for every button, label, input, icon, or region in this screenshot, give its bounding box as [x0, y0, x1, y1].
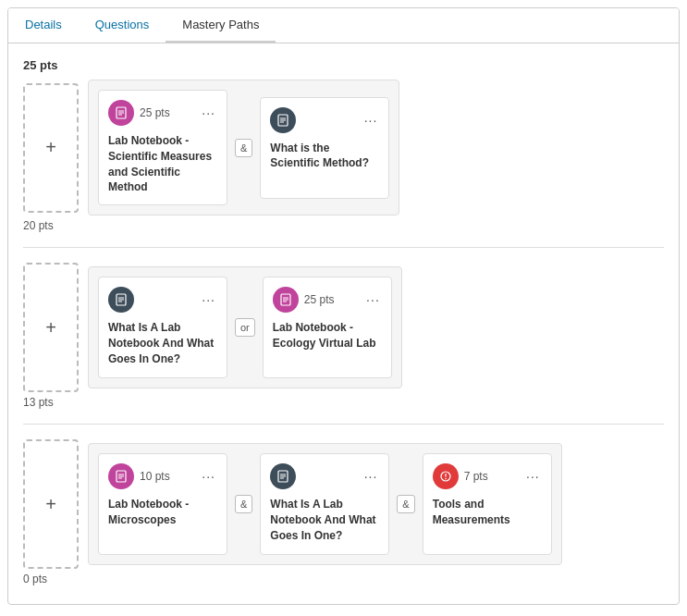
card-3-icon-pts	[108, 287, 134, 313]
card-7-pts: 7 pts	[464, 470, 488, 483]
card-7-more-button[interactable]: ···	[524, 469, 542, 484]
card-4-pts: 25 pts	[304, 293, 335, 306]
tab-mastery-paths[interactable]: Mastery Paths	[166, 8, 276, 43]
connector-3-1: &	[235, 495, 252, 513]
section-2-row: + ··· What Is A Lab Noteb	[23, 263, 664, 392]
card-5-more-button[interactable]: ···	[200, 469, 217, 484]
section-2-bottom-score: 13 pts	[23, 396, 664, 409]
cards-container-2: ··· What Is A Lab Notebook And What Goes…	[88, 266, 402, 388]
separator-1	[23, 247, 664, 248]
section-1-row: + 25 pts ···	[23, 80, 664, 216]
card-2-title: What is the Scientific Method?	[270, 141, 379, 172]
tab-details[interactable]: Details	[8, 8, 79, 43]
card-5-title: Lab Notebook - Microscopes	[108, 497, 217, 528]
plus-icon-1: +	[45, 137, 56, 158]
card-7-icon-pts: 7 pts	[433, 463, 488, 489]
main-container: Details Questions Mastery Paths 25 pts +	[7, 7, 680, 605]
card-7-icon	[433, 463, 459, 489]
cards-container-1: 25 pts ··· Lab Notebook - Scientific Mea…	[88, 80, 399, 216]
card-3-header: ···	[108, 287, 217, 313]
svg-point-26	[445, 478, 447, 480]
section-3-row: + 10 pts ···	[23, 439, 664, 569]
card-6-icon	[270, 463, 296, 489]
card-2-more-button[interactable]: ···	[362, 113, 380, 128]
plus-icon-3: +	[45, 494, 56, 515]
section-3-bottom-score: 0 pts	[23, 573, 664, 585]
content-area: 25 pts + 25 pts	[8, 43, 679, 604]
card-5: 10 pts ··· Lab Notebook - Microscopes	[98, 453, 227, 555]
card-4-icon	[273, 287, 299, 313]
connector-1-1: &	[235, 139, 252, 157]
card-1-pts: 25 pts	[140, 106, 170, 119]
tab-bar: Details Questions Mastery Paths	[8, 8, 679, 43]
card-4: 25 pts ··· Lab Notebook - Ecology Virtua…	[263, 277, 392, 378]
card-7: 7 pts ··· Tools and Measurements	[423, 453, 552, 555]
card-5-pts: 10 pts	[140, 470, 170, 483]
card-2: ··· What is the Scientific Method?	[260, 97, 389, 199]
add-button-3[interactable]: +	[23, 439, 79, 569]
card-1-more-button[interactable]: ···	[200, 105, 217, 120]
card-3-title: What Is A Lab Notebook And What Goes In …	[108, 320, 217, 366]
add-button-2[interactable]: +	[23, 263, 79, 392]
card-5-icon	[108, 463, 134, 489]
section-2: + ··· What Is A Lab Noteb	[23, 263, 664, 409]
card-2-icon	[270, 107, 296, 133]
card-1-icon-pts: 25 pts	[108, 100, 170, 126]
card-1-header: 25 pts ···	[108, 100, 217, 126]
connector-2-1: or	[235, 318, 255, 337]
card-4-title: Lab Notebook - Ecology Virtual Lab	[273, 320, 382, 351]
section-1-bottom-score: 20 pts	[23, 219, 664, 232]
section-1-top-score: 25 pts	[23, 58, 664, 72]
cards-container-3: 10 pts ··· Lab Notebook - Microscopes &	[88, 443, 562, 565]
card-2-icon-pts	[270, 107, 296, 133]
connector-3-2: &	[397, 495, 414, 513]
card-6-header: ···	[270, 463, 379, 489]
card-7-header: 7 pts ···	[433, 463, 542, 489]
card-1-icon	[108, 100, 134, 126]
card-1: 25 pts ··· Lab Notebook - Scientific Mea…	[98, 90, 227, 205]
card-6: ··· What Is A Lab Notebook And What Goes…	[260, 453, 389, 555]
card-6-icon-pts	[270, 463, 296, 489]
card-4-header: 25 pts ···	[273, 287, 382, 313]
section-3: + 10 pts ···	[23, 439, 664, 585]
card-3-icon	[108, 287, 134, 313]
card-3: ··· What Is A Lab Notebook And What Goes…	[98, 277, 227, 378]
add-button-1[interactable]: +	[23, 83, 79, 213]
card-6-more-button[interactable]: ···	[362, 469, 380, 484]
card-7-title: Tools and Measurements	[433, 497, 542, 528]
card-5-header: 10 pts ···	[108, 463, 217, 489]
card-6-title: What Is A Lab Notebook And What Goes In …	[270, 497, 379, 543]
card-4-more-button[interactable]: ···	[364, 292, 382, 307]
card-1-title: Lab Notebook - Scientific Measures and S…	[108, 133, 217, 195]
card-2-header: ···	[270, 107, 379, 133]
section-1: 25 pts + 25 pts	[23, 58, 664, 232]
separator-2	[23, 424, 664, 425]
card-4-icon-pts: 25 pts	[273, 287, 335, 313]
card-3-more-button[interactable]: ···	[200, 292, 217, 307]
tab-questions[interactable]: Questions	[79, 8, 166, 43]
plus-icon-2: +	[45, 317, 56, 339]
card-5-icon-pts: 10 pts	[108, 463, 170, 489]
